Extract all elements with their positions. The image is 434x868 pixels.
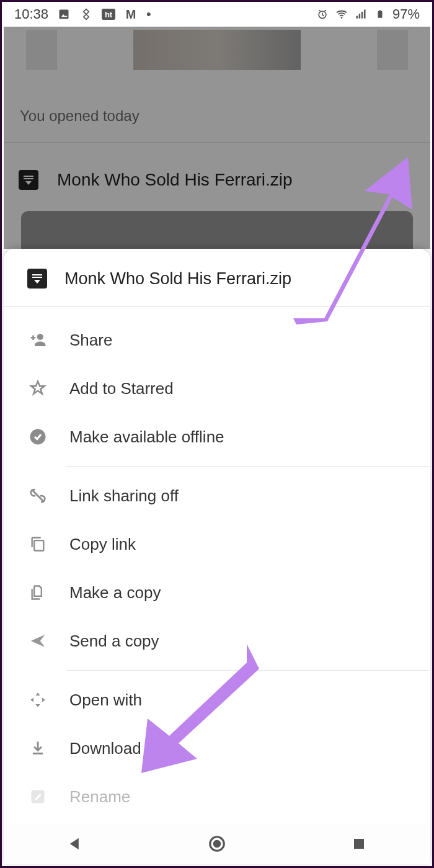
recents-button[interactable]	[347, 831, 371, 856]
download-label: Download	[69, 739, 407, 758]
sheet-menu: Share Add to Starred Make available offl…	[4, 307, 430, 821]
alarm-icon	[316, 7, 329, 21]
m-icon: M	[124, 7, 138, 21]
send-copy-label: Send a copy	[69, 632, 407, 651]
offline-icon	[27, 426, 48, 447]
make-copy-item[interactable]: Make a copy	[4, 568, 430, 617]
back-button[interactable]	[63, 831, 87, 856]
offline-item[interactable]: Make available offline	[4, 413, 430, 461]
svg-rect-8	[379, 11, 381, 12]
zip-icon	[27, 269, 47, 289]
svg-rect-0	[60, 10, 69, 19]
svg-rect-4	[359, 14, 361, 18]
star-item[interactable]: Add to Starred	[4, 364, 430, 413]
make-copy-label: Make a copy	[69, 583, 407, 602]
svg-rect-7	[378, 11, 382, 18]
sheet-title: Monk Who Sold His Ferrari.zip	[64, 269, 291, 289]
send-copy-item[interactable]: Send a copy	[4, 617, 430, 665]
copy-link-icon	[27, 534, 48, 555]
bottom-sheet: Monk Who Sold His Ferrari.zip Share Add …	[4, 249, 430, 864]
link-off-icon	[27, 485, 48, 506]
preview-card	[22, 27, 412, 95]
svg-rect-12	[33, 753, 43, 754]
svg-rect-16	[354, 839, 364, 849]
download-icon	[27, 738, 48, 759]
star-icon	[27, 378, 48, 399]
image-icon	[57, 7, 71, 21]
opened-label: You opened today	[4, 95, 430, 131]
svg-point-9	[37, 334, 43, 340]
more-options-button[interactable]	[397, 168, 415, 192]
svg-point-2	[341, 17, 343, 19]
wifi-icon	[335, 7, 348, 21]
dot-icon: •	[146, 6, 151, 22]
battery-percent: 97%	[392, 6, 420, 22]
home-button[interactable]	[205, 831, 229, 856]
status-bar: 10:38 ht M • 97%	[2, 2, 432, 27]
star-label: Add to Starred	[69, 379, 407, 398]
file-name: Monk Who Sold His Ferrari.zip	[57, 170, 378, 190]
send-icon	[27, 630, 48, 651]
file-row[interactable]: Monk Who Sold His Ferrari.zip	[4, 143, 430, 205]
svg-rect-6	[364, 10, 366, 19]
download-item[interactable]: Download	[4, 724, 430, 772]
offline-label: Make available offline	[69, 427, 407, 447]
person-add-icon	[27, 329, 48, 351]
open-with-label: Open with	[69, 691, 407, 710]
signal-icon	[354, 7, 368, 21]
copy-link-label: Copy link	[69, 535, 407, 554]
svg-rect-5	[361, 12, 363, 19]
rename-icon	[27, 786, 48, 807]
app-icon	[79, 7, 93, 21]
copy-link-item[interactable]: Copy link	[4, 520, 430, 568]
share-item[interactable]: Share	[4, 316, 430, 364]
link-sharing-label: Link sharing off	[69, 486, 407, 506]
ht-icon: ht	[102, 9, 115, 20]
status-time: 10:38	[14, 6, 48, 22]
battery-icon	[373, 7, 387, 21]
zip-icon	[19, 170, 38, 190]
sheet-header: Monk Who Sold His Ferrari.zip	[4, 249, 430, 307]
share-label: Share	[69, 331, 407, 350]
system-nav-bar	[4, 823, 430, 864]
svg-rect-11	[34, 540, 43, 550]
svg-point-15	[213, 840, 221, 848]
svg-rect-3	[356, 16, 358, 19]
make-copy-icon	[27, 582, 48, 603]
divider	[66, 466, 430, 467]
rename-label: Rename	[69, 787, 407, 807]
background-content: You opened today Monk Who Sold His Ferra…	[4, 27, 430, 249]
rename-item[interactable]: Rename	[4, 772, 430, 821]
divider	[66, 670, 430, 671]
open-with-icon	[27, 689, 48, 710]
link-sharing-item[interactable]: Link sharing off	[4, 472, 430, 520]
open-with-item[interactable]: Open with	[4, 676, 430, 724]
